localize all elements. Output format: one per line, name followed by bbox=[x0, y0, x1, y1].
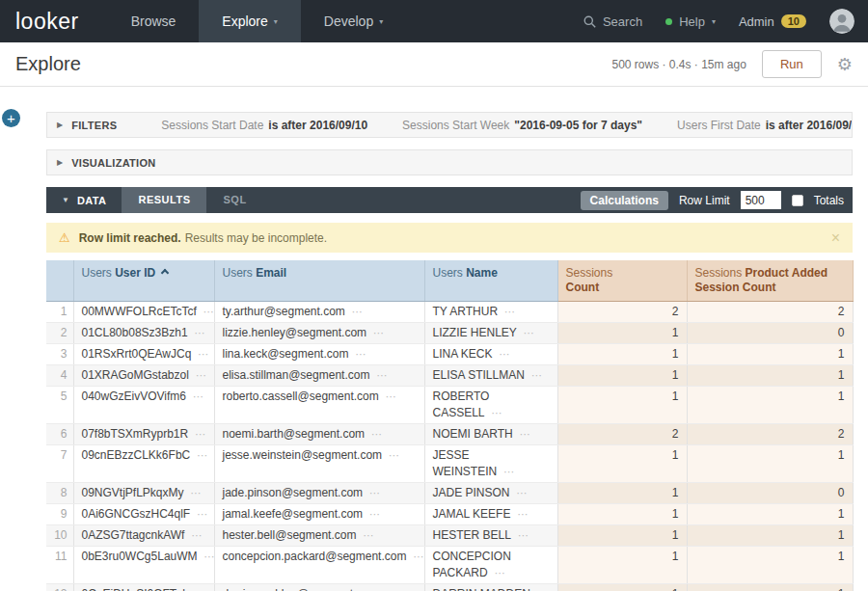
cell-user-id[interactable]: 01RSxRrt0QEAwJCq⋯ bbox=[73, 344, 214, 365]
cell-product-added-session-count[interactable]: 1 bbox=[687, 445, 853, 483]
cell-user-id[interactable]: 040wGzEivVOVifm6⋯ bbox=[73, 387, 214, 424]
cell-menu-icon[interactable]: ⋯ bbox=[198, 348, 209, 360]
row-limit-input[interactable] bbox=[741, 191, 781, 209]
cell-count[interactable]: 1 bbox=[557, 344, 687, 365]
cell-email[interactable]: noemi.barth@segment.com⋯ bbox=[214, 424, 424, 445]
cell-menu-icon[interactable]: ⋯ bbox=[204, 551, 216, 562]
cell-name[interactable]: TY ARTHUR⋯ bbox=[424, 302, 557, 323]
totals-checkbox[interactable] bbox=[792, 195, 803, 206]
cell-email[interactable]: jamal.keefe@segment.com⋯ bbox=[214, 504, 424, 525]
cell-email[interactable]: jesse.weinstein@segment.com⋯ bbox=[214, 445, 424, 483]
cell-menu-icon[interactable]: ⋯ bbox=[517, 508, 529, 520]
cell-menu-icon[interactable]: ⋯ bbox=[389, 449, 400, 461]
cell-count[interactable]: 2 bbox=[557, 302, 687, 323]
cell-menu-icon[interactable]: ⋯ bbox=[197, 508, 208, 520]
cell-product-added-session-count[interactable]: 1 bbox=[687, 365, 853, 387]
nav-item-explore[interactable]: Explore▾ bbox=[199, 0, 300, 42]
looker-logo[interactable]: looker bbox=[15, 9, 79, 35]
cell-name[interactable]: HESTER BELL⋯ bbox=[424, 525, 557, 547]
column-header-user-id[interactable]: Users User ID bbox=[73, 260, 214, 302]
add-field-button[interactable]: + bbox=[2, 109, 20, 127]
user-avatar[interactable] bbox=[829, 9, 854, 34]
cell-user-id[interactable]: 0CqEiDUgSI0OFTxh⋯ bbox=[73, 584, 214, 591]
cell-user-id[interactable]: 09NGVtjPfLPkqxMy⋯ bbox=[73, 483, 214, 504]
close-icon[interactable]: × bbox=[831, 230, 840, 246]
cell-menu-icon[interactable]: ⋯ bbox=[524, 327, 535, 338]
admin-menu[interactable]: Admin 10 bbox=[739, 14, 806, 29]
column-header-product-added-session-count[interactable]: Sessions Product Added Session Count bbox=[687, 260, 853, 302]
cell-menu-icon[interactable]: ⋯ bbox=[386, 390, 397, 402]
cell-menu-icon[interactable]: ⋯ bbox=[352, 306, 364, 317]
nav-item-develop[interactable]: Develop▾ bbox=[301, 0, 406, 42]
cell-name[interactable]: LINA KECK⋯ bbox=[424, 344, 557, 365]
cell-user-id[interactable]: 0AZSG7ttagcnkAWf⋯ bbox=[73, 525, 214, 547]
cell-email[interactable]: ty.arthur@segment.com⋯ bbox=[214, 302, 424, 323]
cell-menu-icon[interactable]: ⋯ bbox=[503, 466, 515, 477]
cell-product-added-session-count[interactable]: 1 bbox=[687, 344, 853, 365]
cell-count[interactable]: 1 bbox=[557, 387, 687, 424]
cell-email[interactable]: lizzie.henley@segment.com⋯ bbox=[214, 323, 424, 344]
cell-name[interactable]: NOEMI BARTH⋯ bbox=[424, 424, 557, 445]
data-section-toggle[interactable]: ▼ DATA bbox=[46, 195, 122, 206]
cell-email[interactable]: jade.pinson@segment.com⋯ bbox=[214, 483, 424, 504]
cell-count[interactable]: 1 bbox=[557, 445, 687, 483]
column-header-name[interactable]: Users Name bbox=[424, 260, 557, 302]
cell-menu-icon[interactable]: ⋯ bbox=[369, 487, 381, 498]
cell-menu-icon[interactable]: ⋯ bbox=[492, 407, 503, 418]
tab-sql[interactable]: SQL bbox=[206, 187, 262, 213]
column-header-email[interactable]: Users Email bbox=[214, 260, 424, 302]
cell-product-added-session-count[interactable]: 0 bbox=[687, 323, 853, 344]
cell-email[interactable]: darrin.madden@segment.com⋯ bbox=[214, 584, 424, 591]
cell-email[interactable]: concepcion.packard@segment.com⋯ bbox=[214, 547, 424, 584]
cell-user-id[interactable]: 00MWWFOLRcETcTcf⋯ bbox=[73, 302, 214, 323]
column-header-count[interactable]: Sessions Count bbox=[557, 260, 687, 302]
cell-count[interactable]: 1 bbox=[557, 323, 687, 344]
cell-email[interactable]: elisa.stillman@segment.com⋯ bbox=[214, 365, 424, 387]
cell-product-added-session-count[interactable]: 2 bbox=[687, 424, 853, 445]
cell-product-added-session-count[interactable]: 1 bbox=[687, 584, 853, 591]
cell-menu-icon[interactable]: ⋯ bbox=[355, 348, 366, 360]
cell-menu-icon[interactable]: ⋯ bbox=[531, 369, 543, 381]
cell-user-id[interactable]: 07f8bTSXmRyprb1R⋯ bbox=[73, 424, 214, 445]
filters-section-bar[interactable]: ▶ FILTERS Sessions Start Dateis after 20… bbox=[46, 112, 853, 138]
calculations-button[interactable]: Calculations bbox=[581, 191, 668, 210]
cell-name[interactable]: JADE PINSON⋯ bbox=[424, 483, 557, 504]
tab-results[interactable]: RESULTS bbox=[122, 187, 206, 213]
cell-menu-icon[interactable]: ⋯ bbox=[504, 306, 516, 317]
cell-menu-icon[interactable]: ⋯ bbox=[196, 369, 207, 381]
cell-menu-icon[interactable]: ⋯ bbox=[369, 508, 381, 520]
cell-menu-icon[interactable]: ⋯ bbox=[203, 306, 215, 317]
cell-menu-icon[interactable]: ⋯ bbox=[500, 348, 511, 360]
filter-item[interactable]: Sessions Start Week"2016-09-05 for 7 day… bbox=[402, 119, 642, 132]
cell-product-added-session-count[interactable]: 1 bbox=[687, 547, 853, 584]
cell-email[interactable]: hester.bell@segment.com⋯ bbox=[214, 525, 424, 547]
cell-name[interactable]: ROBERTO CASSELL⋯ bbox=[424, 387, 557, 424]
cell-count[interactable]: 1 bbox=[557, 525, 687, 547]
cell-menu-icon[interactable]: ⋯ bbox=[373, 327, 385, 338]
filter-item[interactable]: Sessions Start Dateis after 2016/09/10 bbox=[161, 119, 367, 132]
cell-user-id[interactable]: 09cnEBzzCLKk6FbC⋯ bbox=[73, 445, 214, 483]
cell-product-added-session-count[interactable]: 1 bbox=[687, 387, 853, 424]
cell-menu-icon[interactable]: ⋯ bbox=[197, 449, 208, 461]
cell-user-id[interactable]: 0bE3ru0WCg5LauWM⋯ bbox=[73, 547, 214, 584]
cell-user-id[interactable]: 01CL80b08Sz3Bzh1⋯ bbox=[73, 323, 214, 344]
cell-menu-icon[interactable]: ⋯ bbox=[520, 428, 531, 440]
cell-user-id[interactable]: 01XRAGoMGstabzol⋯ bbox=[73, 365, 214, 387]
cell-product-added-session-count[interactable]: 2 bbox=[687, 302, 853, 323]
filter-item[interactable]: Users First Dateis after 2016/09/10 bbox=[677, 119, 853, 132]
cell-name[interactable]: JAMAL KEEFE⋯ bbox=[424, 504, 557, 525]
cell-product-added-session-count[interactable]: 1 bbox=[687, 525, 853, 547]
cell-product-added-session-count[interactable]: 0 bbox=[687, 483, 853, 504]
cell-menu-icon[interactable]: ⋯ bbox=[193, 390, 204, 402]
cell-menu-icon[interactable]: ⋯ bbox=[413, 551, 424, 562]
cell-name[interactable]: JESSE WEINSTEIN⋯ bbox=[424, 445, 557, 483]
nav-item-browse[interactable]: Browse bbox=[108, 0, 200, 42]
cell-user-id[interactable]: 0Ai6GNCGszHC4qlF⋯ bbox=[73, 504, 214, 525]
help-menu[interactable]: Help ▾ bbox=[665, 14, 716, 29]
cell-menu-icon[interactable]: ⋯ bbox=[517, 487, 529, 498]
cell-count[interactable]: 1 bbox=[557, 483, 687, 504]
cell-name[interactable]: DARRIN MADDEN⋯ bbox=[424, 584, 557, 591]
cell-menu-icon[interactable]: ⋯ bbox=[191, 487, 203, 498]
cell-product-added-session-count[interactable]: 1 bbox=[687, 504, 853, 525]
cell-email[interactable]: roberto.cassell@segment.com⋯ bbox=[214, 387, 424, 424]
